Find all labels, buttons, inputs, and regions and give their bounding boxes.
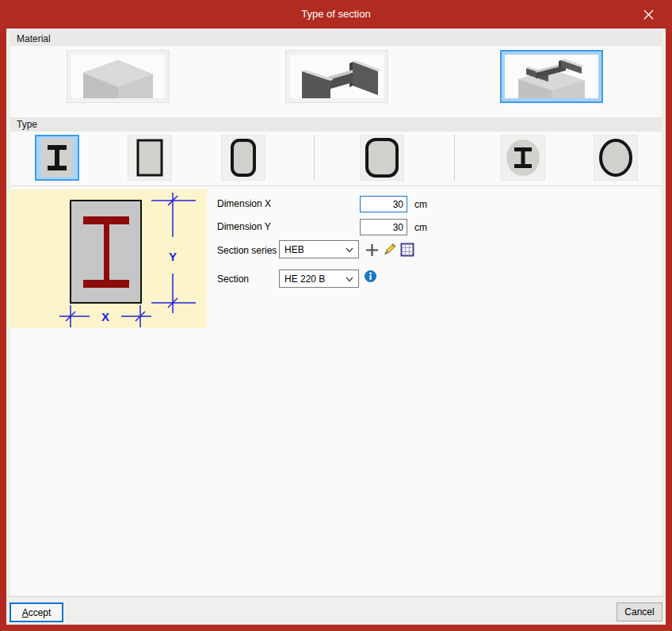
section-info-button[interactable] — [362, 268, 378, 284]
section-series-label: Section series — [217, 243, 277, 258]
rounded-square-icon — [365, 138, 399, 178]
dimension-x-unit: cm — [414, 197, 427, 212]
x-dimension-label: X — [101, 310, 109, 323]
dialog-window: Type of section Material — [0, 0, 672, 631]
dimension-y-unit: cm — [414, 220, 427, 235]
type-option-rounded-rectangular[interactable] — [221, 135, 265, 181]
window-title: Type of section — [0, 0, 672, 29]
type-section-header: Type — [10, 117, 662, 132]
type-option-i-section[interactable] — [35, 135, 79, 181]
rounded-rectangle-icon — [230, 138, 257, 178]
section-series-value: HEB — [284, 244, 304, 255]
material-option-composite-steel-on-concrete[interactable] — [500, 50, 603, 103]
steel-section-image — [290, 55, 384, 98]
accept-label-rest: ccept — [29, 607, 52, 618]
pencil-icon — [382, 242, 397, 257]
accept-button[interactable]: Accept — [10, 602, 63, 622]
horizontal-divider — [10, 185, 662, 186]
plus-icon — [365, 243, 379, 257]
cancel-label: Cancel — [624, 606, 654, 618]
dimension-x-input[interactable] — [360, 196, 407, 212]
section-diagram: Y X — [9, 189, 207, 328]
edit-series-button[interactable] — [381, 241, 397, 257]
dimension-y-input[interactable] — [360, 219, 407, 235]
type-option-circular-with-i-section[interactable] — [501, 135, 545, 181]
section-dropdown[interactable]: HE 220 B — [279, 270, 359, 288]
circle-i-section-icon — [505, 138, 541, 178]
section-value: HE 220 B — [284, 273, 325, 285]
type-group-divider — [314, 135, 315, 181]
dimension-y-label: Dimension Y — [217, 219, 271, 235]
chevron-down-icon — [346, 277, 353, 282]
circle-icon — [598, 137, 634, 178]
y-dimension-label: Y — [169, 250, 177, 263]
section-label: Section — [217, 271, 249, 287]
section-series-dropdown[interactable]: HEB — [279, 240, 359, 258]
footer-bar: Accept Cancel — [6, 596, 666, 625]
material-section-header: Material — [10, 32, 662, 46]
concrete-column-image — [71, 55, 165, 98]
i-section-icon — [41, 139, 73, 177]
accept-label-initial: A — [22, 607, 29, 618]
composite-column-image — [505, 55, 598, 98]
chevron-down-icon — [346, 247, 353, 253]
material-option-steel-section[interactable] — [285, 50, 388, 103]
material-option-concrete-column[interactable] — [67, 50, 170, 103]
close-icon — [643, 10, 654, 20]
grid-icon — [400, 243, 414, 257]
info-icon — [364, 270, 377, 283]
rectangle-icon — [136, 139, 163, 177]
cancel-button[interactable]: Cancel — [617, 602, 662, 621]
close-button[interactable] — [636, 0, 661, 29]
type-option-circular[interactable] — [594, 135, 638, 181]
type-option-rounded-square[interactable] — [360, 135, 404, 181]
dialog-content: Material — [6, 29, 666, 625]
type-option-rectangular[interactable] — [128, 135, 172, 181]
add-series-button[interactable] — [364, 242, 380, 258]
series-table-button[interactable] — [399, 242, 415, 258]
type-group-divider — [454, 135, 455, 181]
titlebar: Type of section — [0, 0, 672, 29]
section-preview-panel: Y X — [9, 189, 207, 328]
dimension-x-label: Dimension X — [217, 196, 271, 212]
